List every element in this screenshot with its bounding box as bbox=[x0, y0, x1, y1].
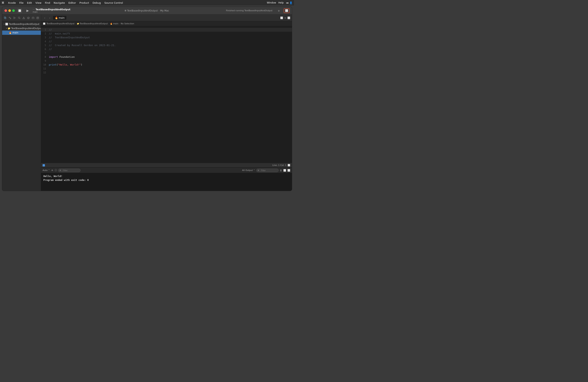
line-content: import Foundation bbox=[49, 55, 75, 59]
sidebar-tool-tests[interactable] bbox=[26, 16, 31, 20]
output-info-button[interactable]: ⓘ bbox=[55, 169, 57, 172]
tree-label-main: main bbox=[12, 31, 18, 34]
svg-point-9 bbox=[24, 19, 24, 19]
filter-left-input[interactable] bbox=[62, 169, 79, 172]
minimize-button[interactable] bbox=[8, 9, 11, 12]
line-content bbox=[49, 67, 50, 71]
code-line-11: 11 bbox=[41, 67, 292, 71]
status-indicator bbox=[42, 164, 45, 167]
scheme-target: My Mac bbox=[160, 9, 169, 12]
output-toolbar: Auto ⌃ 👁 ⓘ ⊕ All Output ⌃ ⊕ bbox=[41, 168, 292, 173]
titlebar: ⬜ ▶ ⋯ TextBasedInputAndOutput main 🖥 Tex… bbox=[2, 7, 292, 15]
run-button[interactable]: ▶ bbox=[25, 8, 30, 13]
split-editor-button[interactable]: ⬜ bbox=[280, 17, 283, 19]
menu-window[interactable]: Window bbox=[267, 1, 276, 4]
sidebar: ▾ ⬜ TextBasedInputAndOutput ▾ 📁 TextBase… bbox=[2, 15, 41, 191]
tree-item-project[interactable]: ▾ ⬜ TextBasedInputAndOutput bbox=[2, 22, 41, 26]
menu-source-control[interactable]: Source Control bbox=[103, 1, 125, 5]
sidebar-tool-reports[interactable] bbox=[36, 16, 40, 20]
menu-debug[interactable]: Debug bbox=[91, 1, 102, 5]
breadcrumb-project[interactable]: TextBasedInputAndOutput bbox=[46, 22, 74, 25]
menu-navigate[interactable]: Navigate bbox=[52, 1, 66, 5]
output-panel: Auto ⌃ 👁 ⓘ ⊕ All Output ⌃ ⊕ bbox=[41, 168, 292, 191]
auto-dropdown[interactable]: Auto ⌃ bbox=[42, 169, 50, 171]
filter-left-wrapper: ⊕ bbox=[58, 169, 81, 172]
menu-xcode[interactable]: Xcode bbox=[7, 1, 17, 5]
breadcrumb-selection[interactable]: No Selection bbox=[121, 22, 134, 25]
svg-point-2 bbox=[9, 17, 10, 18]
menu-editor[interactable]: Editor bbox=[67, 1, 77, 5]
output-layout-button-2[interactable]: ⬜ bbox=[287, 169, 290, 172]
editor-toolbar: ‹ › 🔥 main ⬜ ≡ ⬜ bbox=[41, 15, 292, 21]
scheme-name: TextBasedInputAndOutput bbox=[127, 9, 158, 12]
sidebar-toggle-button[interactable]: ⬜ bbox=[18, 9, 22, 13]
sidebar-tool-files[interactable] bbox=[3, 16, 7, 20]
output-layout-button-1[interactable]: ⬜ bbox=[283, 169, 286, 172]
editor-tab-main[interactable]: 🔥 main bbox=[53, 16, 67, 20]
tree-label-folder: TextBasedInputAndOutput bbox=[11, 27, 41, 30]
filter-right-input[interactable] bbox=[260, 169, 277, 172]
breadcrumb-folder[interactable]: 📁 TextBasedInputAndOutput bbox=[77, 22, 108, 25]
svg-line-4 bbox=[10, 17, 10, 18]
menu-file[interactable]: File bbox=[18, 1, 25, 5]
tree-label-project: TextBasedInputAndOutput bbox=[9, 23, 40, 25]
svg-rect-13 bbox=[32, 17, 34, 19]
all-output-dropdown[interactable]: All Output ⌃ bbox=[242, 169, 255, 171]
tree-item-main[interactable]: 🔥 main bbox=[2, 31, 41, 35]
code-line-5: 5 // Created by Russell Gordon on 2023-0… bbox=[41, 43, 292, 47]
code-line-2: 2 // main.swift bbox=[41, 32, 292, 36]
sidebar-tool-scm[interactable] bbox=[8, 16, 12, 20]
maximize-button[interactable] bbox=[12, 9, 15, 12]
scheme-tab[interactable]: 🖥 TextBasedInputAndOutput › My Mac bbox=[124, 9, 169, 12]
line-content bbox=[49, 59, 50, 63]
chevron-icon: ▾ bbox=[4, 23, 5, 25]
code-editor[interactable]: 1 // 2 // main.swift 3 // TextBasedInput… bbox=[41, 26, 292, 163]
editor-pane: ‹ › 🔥 main ⬜ ≡ ⬜ ⬜ TextBasedInputAndOutp… bbox=[41, 15, 292, 191]
layout-button[interactable]: ⬜ bbox=[284, 8, 290, 13]
show-output-button[interactable]: 👁 bbox=[51, 169, 53, 172]
sidebar-tool-warnings[interactable] bbox=[22, 16, 26, 20]
build-status: Finished running TextBasedInputAndOutput bbox=[226, 9, 273, 12]
line-content: // TextBasedInputAndOutput bbox=[49, 36, 90, 40]
svg-marker-5 bbox=[14, 17, 15, 19]
line-number: 12 bbox=[41, 71, 49, 74]
breadcrumb: ⬜ TextBasedInputAndOutput › 📁 TextBasedI… bbox=[41, 21, 292, 26]
layout-icon: ⬜ bbox=[285, 9, 288, 12]
project-sub: main bbox=[33, 11, 70, 13]
code-line-10: 10 print("Hello, World!") bbox=[41, 63, 292, 67]
line-content: print("Hello, World!") bbox=[49, 63, 82, 67]
sidebar-tool-debug[interactable] bbox=[31, 16, 35, 20]
tree-item-folder[interactable]: ▾ 📁 TextBasedInputAndOutput bbox=[2, 26, 41, 31]
code-line-4: 4 // bbox=[41, 40, 292, 43]
nav-back-button[interactable]: ‹ bbox=[42, 16, 47, 20]
line-number: 11 bbox=[41, 67, 49, 71]
add-editor-button[interactable]: ＋ bbox=[277, 8, 281, 13]
menu-edit[interactable]: Edit bbox=[26, 1, 33, 5]
close-button[interactable] bbox=[4, 9, 7, 12]
layout-editor-button[interactable]: ⬜ bbox=[287, 17, 290, 19]
minimap-button[interactable]: ≡ bbox=[284, 17, 286, 19]
nav-forward-button[interactable]: › bbox=[48, 16, 52, 20]
menu-product[interactable]: Product bbox=[78, 1, 90, 5]
svg-line-7 bbox=[20, 18, 20, 19]
menu-view[interactable]: View bbox=[34, 1, 43, 5]
apple-menu[interactable]: ⌘ bbox=[1, 1, 4, 4]
traffic-lights bbox=[4, 9, 15, 12]
code-line-9: 9 bbox=[41, 59, 292, 63]
menu-help[interactable]: Help bbox=[278, 1, 284, 4]
line-number: 3 bbox=[41, 36, 49, 40]
line-content: // bbox=[49, 47, 52, 51]
line-number: 1 bbox=[41, 28, 49, 32]
breadcrumb-file[interactable]: 🔥 main bbox=[110, 22, 118, 25]
menu-controls: ⏮ 👤 bbox=[286, 1, 293, 4]
sidebar-tool-search[interactable] bbox=[17, 16, 21, 20]
line-number: 8 bbox=[41, 55, 49, 59]
sidebar-tool-breakpoints[interactable] bbox=[13, 16, 17, 20]
svg-point-10 bbox=[27, 17, 29, 19]
main-area: ▾ ⬜ TextBasedInputAndOutput ▾ 📁 TextBase… bbox=[2, 15, 292, 191]
menu-find[interactable]: Find bbox=[43, 1, 52, 5]
layout-status-icon[interactable]: ⬜ bbox=[288, 164, 290, 167]
clear-output-button[interactable]: 🗑 bbox=[280, 169, 282, 172]
svg-point-3 bbox=[10, 18, 11, 19]
scheme-sep: › bbox=[158, 9, 159, 12]
